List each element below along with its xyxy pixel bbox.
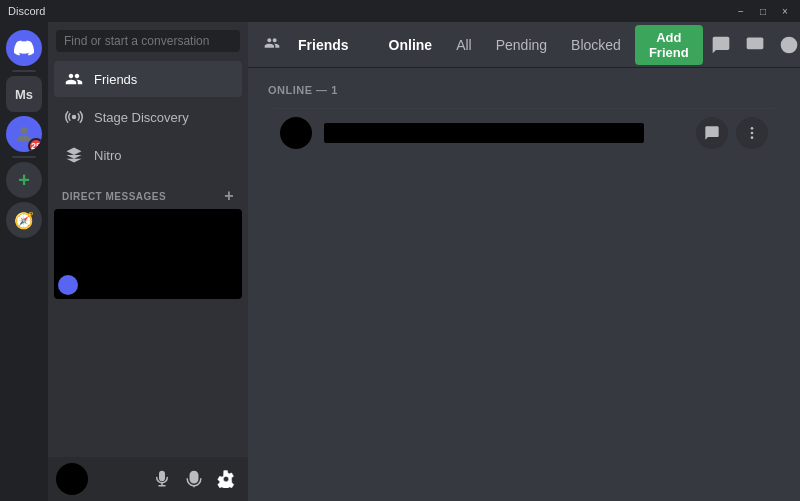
svg-point-6	[751, 136, 754, 139]
dm-section-label: DIRECT MESSAGES	[62, 191, 166, 202]
help-icon-button[interactable]	[775, 31, 800, 59]
nitro-icon	[64, 145, 84, 165]
server-list: Ms 25 + 🧭	[0, 22, 48, 501]
dm-thumbnail-image	[54, 209, 242, 299]
user-avatar	[56, 463, 88, 495]
sidebar-item-nitro[interactable]: Nitro	[54, 137, 242, 173]
add-dm-button[interactable]: +	[224, 188, 234, 204]
dm-avatar	[58, 275, 78, 295]
notification-badge: 25	[28, 138, 42, 152]
titlebar-title: Discord	[8, 5, 45, 17]
titlebar: Discord − □ ×	[0, 0, 800, 22]
user-panel-controls	[148, 465, 240, 493]
ms-label: Ms	[15, 87, 33, 102]
server-icon-ms[interactable]: Ms	[6, 76, 42, 112]
message-friend-button[interactable]	[696, 117, 728, 149]
friends-label: Friends	[94, 72, 137, 87]
table-row[interactable]	[268, 108, 780, 157]
deafen-button[interactable]	[180, 465, 208, 493]
tab-online[interactable]: Online	[379, 33, 443, 57]
top-nav: Friends Online All Pending Blocked Add F…	[248, 22, 800, 68]
stage-discovery-icon	[64, 107, 84, 127]
channel-sidebar: Friends Stage Discovery Nitro DIRECT MES…	[48, 22, 248, 501]
add-friend-button[interactable]: Add Friend	[635, 25, 703, 65]
explore-icon: 🧭	[14, 211, 34, 230]
minimize-button[interactable]: −	[734, 6, 748, 17]
top-nav-right	[707, 31, 800, 59]
tab-all[interactable]: All	[446, 33, 482, 57]
nitro-label: Nitro	[94, 148, 121, 163]
tab-blocked[interactable]: Blocked	[561, 33, 631, 57]
discord-home-button[interactable]	[6, 30, 42, 66]
svg-point-5	[751, 132, 754, 135]
titlebar-controls: − □ ×	[734, 6, 792, 17]
server-icon-user[interactable]: 25	[6, 116, 42, 152]
tab-friends[interactable]: Friends	[288, 33, 359, 57]
main-content: Friends Online All Pending Blocked Add F…	[248, 22, 800, 501]
server-divider	[12, 70, 36, 72]
friends-phone-icon	[264, 35, 280, 54]
online-header: ONLINE — 1	[268, 84, 780, 96]
restore-button[interactable]: □	[756, 6, 770, 17]
tab-pending[interactable]: Pending	[486, 33, 557, 57]
avatar	[280, 117, 312, 149]
search-input-wrapper[interactable]	[56, 30, 240, 52]
friend-actions	[696, 117, 768, 149]
settings-button[interactable]	[212, 465, 240, 493]
dm-thumbnail	[54, 209, 242, 299]
more-options-button[interactable]	[736, 117, 768, 149]
friend-info	[324, 123, 696, 143]
message-icon-button[interactable]	[707, 31, 735, 59]
server-divider-2	[12, 156, 36, 158]
screen-icon-button[interactable]	[741, 31, 769, 59]
friend-name	[324, 123, 644, 143]
add-server-button[interactable]: +	[6, 162, 42, 198]
dm-list-item[interactable]	[54, 209, 242, 299]
stage-discovery-label: Stage Discovery	[94, 110, 189, 125]
mute-button[interactable]	[148, 465, 176, 493]
app-body: Ms 25 + 🧭 Friends	[0, 22, 800, 501]
close-button[interactable]: ×	[778, 6, 792, 17]
svg-rect-2	[746, 37, 763, 49]
svg-point-4	[751, 127, 754, 130]
sidebar-item-friends[interactable]: Friends	[54, 61, 242, 97]
dm-section-header: DIRECT MESSAGES +	[48, 174, 248, 208]
friends-icon	[64, 69, 84, 89]
add-icon: +	[18, 169, 30, 192]
sidebar-item-stage-discovery[interactable]: Stage Discovery	[54, 99, 242, 135]
svg-point-0	[20, 127, 27, 134]
explore-button[interactable]: 🧭	[6, 202, 42, 238]
search-input[interactable]	[64, 34, 232, 48]
search-bar-container	[48, 22, 248, 60]
friends-content: ONLINE — 1	[248, 68, 800, 501]
user-panel	[48, 457, 248, 501]
svg-point-1	[72, 115, 77, 120]
